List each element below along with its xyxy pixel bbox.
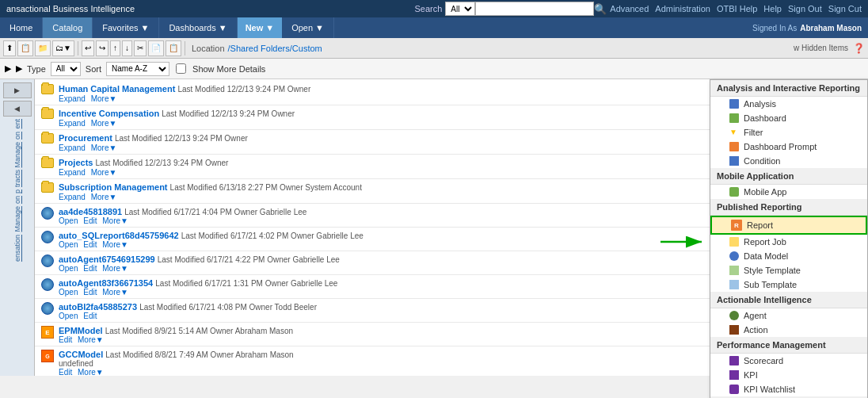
location-path[interactable]: /Shared Folders/Custom xyxy=(228,44,322,53)
expand-link[interactable]: Expand xyxy=(59,94,86,103)
edit-link[interactable]: Edit xyxy=(59,335,72,344)
otbi-help-link[interactable]: OTBI Help xyxy=(717,4,757,13)
advanced-link[interactable]: Advanced xyxy=(610,4,649,13)
sidebar-expand-icon[interactable]: ▶ xyxy=(3,82,32,98)
item-name[interactable]: aa4de45818891 xyxy=(59,207,122,216)
folder-icon xyxy=(41,158,54,168)
toolbar-btn-5[interactable]: ↩ xyxy=(82,40,94,56)
edit-link[interactable]: Edit xyxy=(83,240,97,249)
dropdown-item-report[interactable]: R Report xyxy=(710,216,867,235)
hidden-items-label[interactable]: w Hidden Items xyxy=(794,44,848,52)
more-link[interactable]: More▼ xyxy=(102,264,128,273)
signout-link[interactable]: Sign Out xyxy=(788,4,822,13)
sidebar-label-manage[interactable]: Manage xyxy=(13,142,21,168)
dropdown-item-style[interactable]: Style Template xyxy=(710,263,867,277)
open-link[interactable]: Open xyxy=(59,312,78,320)
item-name[interactable]: Procurement xyxy=(59,133,112,143)
dropdown-item-filter[interactable]: ▼ Filter xyxy=(710,125,867,140)
edit-link[interactable]: Edit xyxy=(59,368,72,376)
toolbar-btn-2[interactable]: 📋 xyxy=(17,40,33,56)
more-link[interactable]: More▼ xyxy=(91,94,117,103)
more-link[interactable]: More▼ xyxy=(91,119,117,128)
toolbar-btn-9[interactable]: ✂ xyxy=(134,40,147,56)
sidebar-label-on2[interactable]: on xyxy=(13,196,21,204)
toolbar-btn-1[interactable]: ⬆ xyxy=(3,40,16,56)
dropdown-item-kpiwatchlist[interactable]: KPI Watchlist xyxy=(710,382,867,396)
dropdown-item-dashboard[interactable]: Dashboard xyxy=(710,111,867,125)
toolbar-btn-4[interactable]: 🗂▼ xyxy=(52,40,74,56)
more-link[interactable]: More▼ xyxy=(91,144,117,152)
tab-favorites[interactable]: Favorites ▼ xyxy=(93,17,159,38)
expand-link[interactable]: Expand xyxy=(59,144,86,152)
item-name[interactable]: autoAgent67546915299 xyxy=(59,254,155,264)
help-circle-icon[interactable]: ❓ xyxy=(853,43,865,54)
new-button[interactable]: New ▼ xyxy=(238,17,283,38)
help-link[interactable]: Help xyxy=(763,4,782,13)
open-link[interactable]: Open xyxy=(59,264,78,273)
toolbar-btn-6[interactable]: ↪ xyxy=(96,40,108,56)
expand-icon-2[interactable]: ▶ xyxy=(16,63,22,74)
more-link[interactable]: More▼ xyxy=(78,368,104,376)
sort-select[interactable]: Name A-Z xyxy=(106,62,169,76)
toolbar-btn-8[interactable]: ↓ xyxy=(122,40,132,56)
item-name[interactable]: Subscription Management xyxy=(59,182,168,192)
expand-link[interactable]: Expand xyxy=(59,168,86,177)
dropdown-item-scorecard[interactable]: Scorecard xyxy=(710,354,867,368)
dropdown-item-action[interactable]: Action xyxy=(710,323,867,337)
item-name[interactable]: Incentive Compensation xyxy=(59,109,159,118)
expand-link[interactable]: Expand xyxy=(59,119,86,128)
toolbar-btn-3[interactable]: 📁 xyxy=(35,40,51,56)
item-name[interactable]: auto_SQLreport68d45759642 xyxy=(59,231,179,240)
more-link[interactable]: More▼ xyxy=(102,216,128,225)
item-name[interactable]: autoBI2fa45885273 xyxy=(59,302,137,312)
dropdown-item-mobileapp[interactable]: Mobile App xyxy=(710,185,867,199)
sidebar-label-ent[interactable]: ent xyxy=(13,119,21,129)
more-link[interactable]: More▼ xyxy=(78,335,104,344)
tab-home[interactable]: Home xyxy=(0,17,43,38)
expand-icon-1[interactable]: ▶ xyxy=(5,63,11,74)
dropdown-item-subtemplate[interactable]: Sub Template xyxy=(710,277,867,292)
item-name[interactable]: EPMModel xyxy=(59,326,103,335)
admin-link[interactable]: Administration xyxy=(655,4,710,13)
expand-link[interactable]: Expand xyxy=(59,193,86,201)
edit-link[interactable]: Edit xyxy=(83,216,97,225)
sidebar-label-tracts[interactable]: tracts xyxy=(13,170,21,187)
sidebar-label-ensation[interactable]: ensation xyxy=(13,235,21,262)
dropdown-item-agent[interactable]: Agent xyxy=(710,308,867,323)
search-icon[interactable]: 🔍 xyxy=(594,3,607,15)
tab-open[interactable]: Open ▼ xyxy=(282,17,334,38)
tab-catalog[interactable]: Catalog xyxy=(43,17,93,38)
edit-link[interactable]: Edit xyxy=(83,288,97,297)
sidebar-collapse-icon[interactable]: ◀ xyxy=(3,101,32,117)
show-more-checkbox[interactable] xyxy=(176,63,186,74)
sidebar-label-p[interactable]: p xyxy=(13,189,21,193)
open-link[interactable]: Open xyxy=(59,216,78,225)
dropdown-item-condition[interactable]: Condition xyxy=(710,154,867,168)
search-input[interactable] xyxy=(475,2,594,16)
item-name[interactable]: GCCModel xyxy=(59,350,103,359)
more-link[interactable]: More▼ xyxy=(102,240,128,249)
open-link[interactable]: Open xyxy=(59,240,78,249)
edit-link[interactable]: Edit xyxy=(83,312,97,320)
type-select[interactable]: All xyxy=(51,62,81,76)
more-link[interactable]: More▼ xyxy=(102,288,128,297)
item-name[interactable]: Projects xyxy=(59,158,93,167)
open-link[interactable]: Open xyxy=(59,288,78,297)
search-scope-select[interactable]: All xyxy=(445,2,475,16)
edit-link[interactable]: Edit xyxy=(83,264,97,273)
sidebar-label-on[interactable]: on xyxy=(13,132,21,140)
item-name[interactable]: autoAgent83f36671354 xyxy=(59,278,153,288)
sidebar-label-manage2[interactable]: Manage xyxy=(13,206,21,232)
dropdown-item-reportjob[interactable]: Report Job xyxy=(710,235,867,249)
toolbar-btn-10[interactable]: 📄 xyxy=(148,40,164,56)
item-name[interactable]: Human Capital Management xyxy=(59,84,175,94)
more-link[interactable]: More▼ xyxy=(91,193,117,201)
dropdown-item-analysis[interactable]: Analysis xyxy=(710,97,867,111)
dropdown-item-dashprompt[interactable]: Dashboard Prompt xyxy=(710,140,867,154)
dropdown-item-kpi[interactable]: KPI xyxy=(710,368,867,382)
toolbar-btn-7[interactable]: ↑ xyxy=(110,40,120,56)
more-link[interactable]: More▼ xyxy=(91,168,117,177)
toolbar-btn-11[interactable]: 📋 xyxy=(166,40,181,56)
dropdown-item-datamodel[interactable]: Data Model xyxy=(710,249,867,263)
tab-dashboards[interactable]: Dashboards ▼ xyxy=(159,17,237,38)
